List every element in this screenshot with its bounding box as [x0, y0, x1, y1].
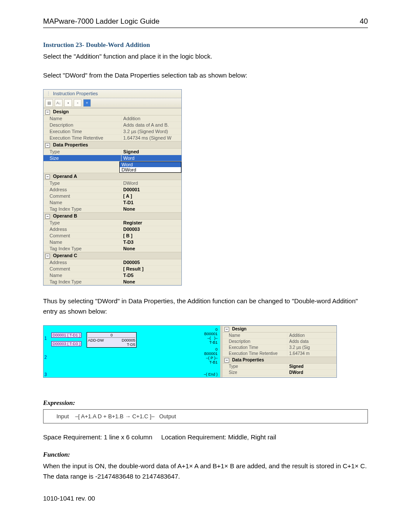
prop-value: None — [121, 246, 181, 252]
prop-value: T-D1 — [121, 199, 181, 205]
prop-row[interactable]: Execution Time Retentive1.64734 m — [223, 351, 336, 357]
instruction-title: Instruction 23- Double-Word Addition — [43, 41, 368, 49]
side-properties-panel: − Design NameAdditionDescriptionAdds dat… — [223, 326, 336, 377]
side-section-data-properties[interactable]: − Data Properties — [223, 357, 336, 364]
prop-row[interactable]: DescriptionAdds data — [223, 339, 336, 345]
prop-value: None — [121, 206, 181, 212]
prop-row[interactable]: Execution Time3.2 µs (Signed Word) — [44, 128, 181, 135]
prop-row[interactable]: Comment[ B ] — [44, 233, 181, 239]
prop-row[interactable]: Comment[ A ] — [44, 193, 181, 199]
prop-row[interactable]: Comment[ Result ] — [44, 266, 181, 272]
collapse-icon[interactable]: − — [45, 174, 50, 179]
toolbar-icon-4[interactable]: ▫ — [74, 99, 81, 107]
section-design[interactable]: − Design — [44, 108, 181, 115]
toolbar-icon-5[interactable]: + — [83, 99, 91, 107]
grip-icon: ⋮ — [46, 91, 50, 96]
paragraph-3: Thus by selecting "DWord" in Data Proper… — [43, 296, 368, 317]
dropdown-option-dword[interactable]: DWord — [120, 167, 181, 172]
section-operand-c[interactable]: − Operand C — [44, 252, 181, 259]
prop-row[interactable]: SizeDWord — [223, 370, 336, 376]
prop-row[interactable]: AddressD00001 — [44, 187, 181, 193]
expression-input: Input — [56, 413, 69, 420]
collapse-icon[interactable]: − — [224, 327, 229, 332]
toolbar-sort-icon[interactable]: A↓ — [55, 99, 62, 107]
prop-key: Type — [44, 180, 121, 186]
prop-key: Address — [44, 187, 121, 193]
prop-row[interactable]: DescriptionAdds data of A and B. — [44, 122, 181, 128]
expression-box: Input –[ A+1.A D + B+1.B → C+1.C ]– Outp… — [43, 409, 368, 423]
dropdown-option-word[interactable]: Word — [120, 162, 181, 167]
collapse-icon[interactable]: − — [45, 110, 50, 115]
prop-key: Tag Index Type — [44, 246, 121, 252]
prop-value: DWord — [287, 370, 336, 375]
prop-row[interactable]: NameT-D5 — [44, 272, 181, 279]
prop-row[interactable]: NameT-D3 — [44, 239, 181, 246]
collapse-icon[interactable]: − — [45, 214, 50, 219]
instruction-dw: Double-Word — [86, 41, 124, 48]
prop-value: DWord — [121, 180, 181, 186]
operand-b-box[interactable]: D00003 ( T-D3 ) — [51, 341, 81, 346]
prop-row-size[interactable]: Size Word — [44, 155, 181, 162]
prop-row[interactable]: TypeRegister — [44, 220, 181, 226]
prop-value: 1.64734 m — [287, 351, 336, 356]
prop-row[interactable]: Execution Time3.2 µs (Sig — [223, 345, 336, 351]
prop-row[interactable]: Tag Index TypeNone — [44, 246, 181, 252]
instruction-add: Addition — [125, 41, 150, 48]
collapse-icon[interactable]: − — [224, 358, 229, 363]
collapse-icon[interactable]: − — [45, 254, 50, 258]
expression-output: Output — [159, 413, 176, 420]
side-section-design[interactable]: − Design — [223, 326, 336, 333]
prop-value: Signed — [287, 364, 336, 369]
section-operand-b[interactable]: − Operand B — [44, 212, 181, 220]
prop-value: None — [121, 279, 181, 285]
prop-key: Name — [44, 239, 121, 245]
prop-value: D00003 — [121, 226, 181, 232]
prop-value: T-D3 — [121, 239, 181, 245]
prop-row[interactable]: NameT-D1 — [44, 199, 181, 206]
ladder-diagram: 1 2 3 D00001 ( T-D1 ) D00003 ( T-D3 ) 0 … — [44, 326, 223, 377]
prop-key: Description — [44, 122, 121, 128]
prop-row-type[interactable]: Type Signed — [44, 149, 181, 155]
prop-row[interactable]: Execution Time Retentive1.64734 ms (Sign… — [44, 135, 181, 141]
prop-row[interactable]: TypeSigned — [223, 364, 336, 370]
prop-value: 1.64734 ms (Signed W — [121, 135, 181, 141]
instruction-properties-panel: ⋮ Instruction Properties ▤ A↓ ▪ ▫ + − De… — [43, 89, 182, 286]
size-dropdown[interactable]: Word DWord — [119, 162, 181, 173]
section-data-properties[interactable]: − Data Properties — [44, 141, 181, 149]
coil-2: 0 B00001 –( P )– T-B1 — [204, 347, 218, 364]
prop-row[interactable]: AddressD00003 — [44, 226, 181, 233]
prop-key: Name — [44, 199, 121, 205]
operand-a-box[interactable]: D00001 ( T-D1 ) — [51, 333, 81, 338]
prop-row[interactable]: Tag Index TypeNone — [44, 279, 181, 285]
prop-key: Type — [223, 364, 287, 369]
toolbar-icon-3[interactable]: ▪ — [64, 99, 72, 107]
prop-key: Type — [44, 220, 121, 226]
panel-title-text: Instruction Properties — [53, 91, 98, 96]
page-number: 40 — [360, 17, 368, 26]
collapse-icon[interactable]: − — [45, 143, 50, 148]
doc-title: MAPware-7000 Ladder Logic Guide — [43, 17, 159, 26]
toolbar-categorize-icon[interactable]: ▤ — [45, 99, 53, 107]
paragraph-1: Select the "Addition" function and place… — [43, 51, 368, 62]
prop-key: Address — [44, 259, 121, 265]
section-operand-a[interactable]: − Operand A — [44, 173, 181, 180]
rung-number-1: 1 — [44, 336, 47, 341]
instruction-number: Instruction 23- — [43, 41, 84, 48]
panel-toolbar: ▤ A↓ ▪ ▫ + — [44, 98, 181, 108]
prop-row[interactable]: NameAddition — [223, 333, 336, 339]
prop-row[interactable]: Tag Index TypeNone — [44, 206, 181, 212]
prop-key: Name — [44, 272, 121, 278]
prop-row[interactable]: TypeDWord — [44, 180, 181, 187]
prop-value: T-D5 — [121, 272, 181, 278]
prop-row[interactable]: AddressD00005 — [44, 259, 181, 266]
prop-value: 3.2 µs (Signed Word) — [121, 128, 181, 134]
prop-value: Adds data — [287, 339, 336, 344]
prop-key: Execution Time — [223, 345, 287, 350]
instruction-block[interactable]: 0 ADD-DW D00005 T-D5 — [87, 332, 137, 348]
prop-key: Comment — [44, 193, 121, 199]
expression-heading: Expression: — [43, 399, 368, 407]
prop-row[interactable]: NameAddition — [44, 115, 181, 122]
paragraph-2: Select "DWord" from the Data Properties … — [43, 70, 368, 81]
prop-value: D00001 — [121, 187, 181, 193]
function-body: When the input is ON, the double-word da… — [43, 461, 368, 482]
